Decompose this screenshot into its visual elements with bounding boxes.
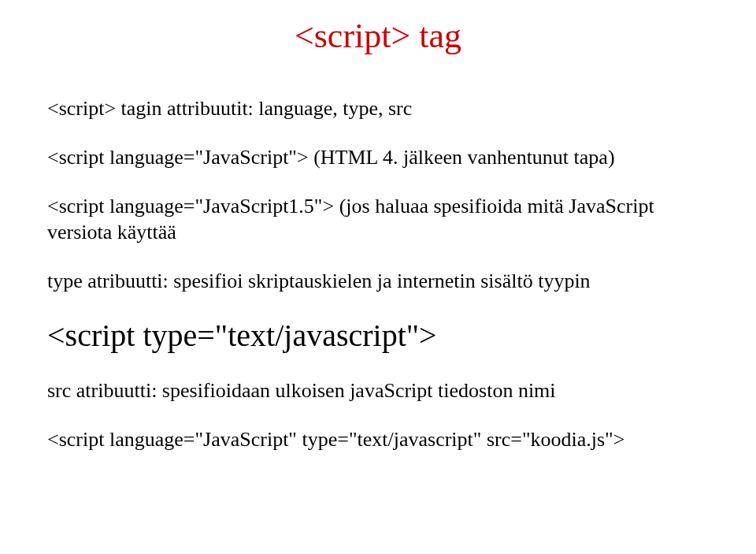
script-type-example: <script type="text/javascript"> <box>47 317 709 354</box>
paragraph-src-attr: src atribuutti: spesifioidaan ulkoisen j… <box>47 377 709 404</box>
paragraph-type-attr: type atribuutti: spesifioi skriptauskiel… <box>47 268 709 295</box>
paragraph-language-example-2: <script language="JavaScript1.5"> (jos h… <box>47 193 709 247</box>
paragraph-attributes: <script> tagin attribuutit: language, ty… <box>47 95 709 122</box>
paragraph-src-example: <script language="JavaScript" type="text… <box>47 426 709 453</box>
paragraph-language-example-1: <script language="JavaScript"> (HTML 4. … <box>47 144 709 171</box>
slide-title: <script> tag <box>47 16 709 56</box>
